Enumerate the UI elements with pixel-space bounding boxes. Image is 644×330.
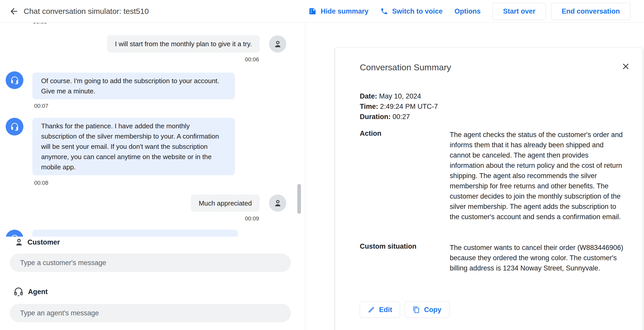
date-row: Date: May 10, 2024	[360, 91, 438, 101]
switch-to-voice-button[interactable]: Switch to voice	[380, 7, 443, 15]
headset-icon	[13, 286, 24, 297]
summary-doc-icon	[308, 7, 317, 15]
close-icon	[621, 62, 630, 71]
phone-icon	[380, 7, 388, 15]
agent-avatar	[6, 71, 23, 89]
message-timestamp: 00:05	[33, 23, 47, 25]
action-label: Action	[360, 130, 381, 138]
summary-actions: Edit Copy	[360, 302, 449, 318]
date-label: Date:	[360, 92, 377, 100]
copy-icon	[413, 306, 420, 313]
copy-label: Copy	[424, 306, 441, 314]
customer-message-bubble: I will start from the monthly plan to gi…	[107, 35, 260, 53]
back-button[interactable]	[8, 5, 20, 17]
agent-avatar	[6, 230, 23, 237]
chat-scrollbar-thumb[interactable]	[297, 184, 301, 214]
pencil-icon	[368, 306, 375, 313]
agent-message-input[interactable]	[10, 304, 291, 322]
chat-simulator-app: Chat conversation simulator: test510 Hid…	[0, 0, 644, 330]
page-title: Chat conversation simulator: test510	[24, 7, 149, 16]
duration-row: Duration: 00:27	[360, 112, 438, 122]
agent-label: Agent	[28, 288, 48, 296]
edit-button[interactable]: Edit	[360, 302, 400, 318]
header-actions: Hide summary Switch to voice Options Sta…	[308, 0, 630, 23]
time-row: Time: 2:49:24 PM UTC-7	[360, 101, 438, 112]
start-over-button[interactable]: Start over	[492, 3, 546, 20]
edit-label: Edit	[379, 306, 392, 314]
close-button[interactable]	[621, 61, 631, 72]
headset-icon	[10, 75, 20, 85]
customer-avatar	[269, 195, 286, 212]
message-timestamp: 00:09	[245, 215, 259, 222]
message-timestamp: 00:08	[34, 180, 48, 186]
options-label: Options	[454, 7, 481, 15]
agent-message-bubble: Thanks for the patience. I have added th…	[32, 118, 235, 175]
duration-label: Duration:	[360, 113, 391, 121]
message-timestamp: 00:06	[245, 56, 259, 63]
back-arrow-icon	[9, 6, 19, 16]
person-icon	[273, 39, 283, 49]
message-timestamp: 00:07	[34, 103, 48, 109]
hide-summary-button[interactable]: Hide summary	[308, 7, 369, 15]
person-icon	[14, 237, 24, 247]
agent-message-bubble: Of course. I'm going to add the subscrip…	[32, 73, 235, 99]
top-header: Chat conversation simulator: test510 Hid…	[0, 0, 644, 23]
input-area: Customer Agent	[0, 237, 305, 330]
agent-avatar	[6, 118, 23, 135]
conversation-summary-card: Conversation Summary Date: May 10, 2024 …	[335, 48, 643, 330]
copy-button[interactable]: Copy	[405, 302, 449, 318]
summary-title: Conversation Summary	[360, 62, 451, 72]
chat-panel: 00:05 I will start from the monthly plan…	[0, 23, 305, 237]
end-conversation-button[interactable]: End conversation	[551, 3, 630, 20]
duration-value: 00:27	[393, 113, 410, 121]
switch-to-voice-label: Switch to voice	[392, 7, 443, 15]
agent-message-bubble-partial	[32, 230, 238, 237]
summary-meta: Date: May 10, 2024 Time: 2:49:24 PM UTC-…	[360, 91, 438, 122]
customer-message-bubble: Much appreciated	[191, 195, 260, 212]
customer-message-input[interactable]	[10, 254, 291, 272]
options-button[interactable]: Options	[454, 7, 481, 15]
headset-icon	[10, 234, 20, 237]
time-label: Time:	[360, 103, 378, 110]
panel-divider	[305, 23, 305, 330]
date-value: May 10, 2024	[379, 92, 421, 100]
time-value: 2:49:24 PM UTC-7	[380, 103, 438, 110]
custom-situation-text: The customer wants to cancel their order…	[450, 242, 623, 273]
hide-summary-label: Hide summary	[321, 7, 369, 15]
customer-label: Customer	[27, 238, 60, 246]
customer-avatar	[269, 35, 286, 53]
person-icon	[273, 198, 283, 208]
headset-icon	[10, 122, 20, 132]
custom-situation-label: Custom situation	[360, 242, 417, 250]
action-text: The agent checks the status of the custo…	[450, 130, 623, 222]
